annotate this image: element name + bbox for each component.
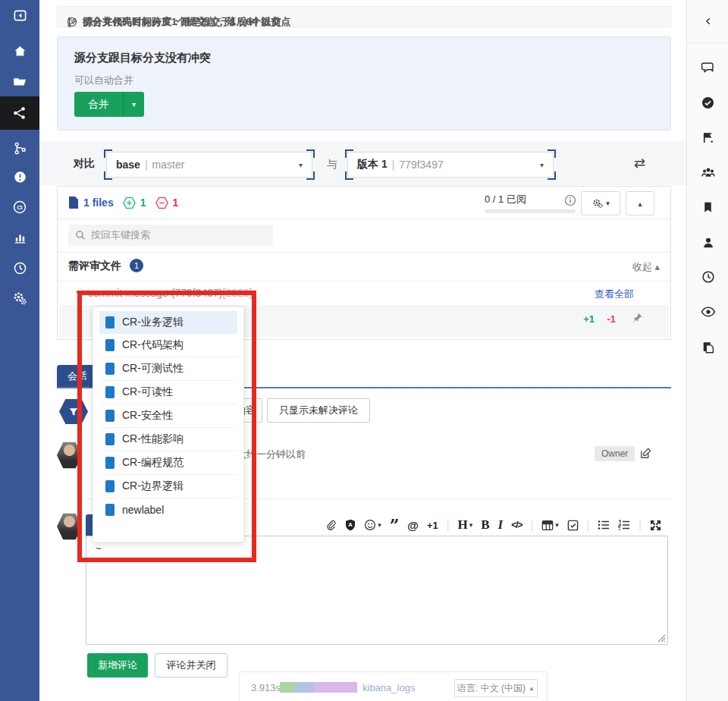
version-select[interactable]: 版本 1 | 779f3497 ▾: [347, 152, 554, 178]
label-color-swatch: [105, 410, 115, 422]
search-icon: [75, 230, 86, 240]
label-option[interactable]: CR-边界逻辑: [99, 475, 237, 498]
toolbar-divider: |: [531, 519, 534, 531]
edit-pencil-icon[interactable]: [639, 447, 652, 460]
sidebar-collapse-icon[interactable]: [0, 0, 39, 30]
commit-bullet: •: [76, 286, 80, 298]
merge-requests-active-item[interactable]: [0, 96, 39, 130]
issues-icon[interactable]: [0, 162, 39, 192]
comments-icon[interactable]: [687, 52, 728, 82]
projects-folder-icon[interactable]: [0, 66, 39, 96]
file-additions: +1: [583, 313, 595, 325]
label-option[interactable]: CR-编程规范: [99, 451, 237, 475]
timing-segment-purple: [314, 682, 357, 693]
tab-conversation[interactable]: 会话: [57, 365, 98, 388]
merge-options-caret[interactable]: ▾: [123, 92, 144, 117]
plus-one-icon[interactable]: +1: [427, 520, 438, 531]
toolbar-divider: |: [447, 519, 450, 531]
home-icon[interactable]: [0, 36, 39, 66]
swap-compare-icon[interactable]: ⇄: [634, 155, 645, 171]
merge-split-button: 合并 ▾: [74, 92, 144, 117]
numbered-list-icon[interactable]: [618, 520, 630, 530]
current-user-avatar[interactable]: [57, 513, 82, 540]
label-option[interactable]: CR-可测试性: [99, 357, 237, 381]
pin-icon[interactable]: [631, 312, 643, 324]
timing-segment-blue: [294, 682, 314, 693]
fullscreen-icon[interactable]: [650, 520, 661, 531]
corner-mark: [306, 149, 315, 158]
pull-request-icon[interactable]: [0, 133, 39, 163]
branch-status-bar: 源分支领先目标分支1个提交点，落后0个提交点 待合并代码时间跨度：最早提交于1 …: [57, 6, 671, 27]
label-dropdown: CR-业务逻辑 CR-代码架构 CR-可测试性 CR-可读性 CR-安全性 CR…: [93, 306, 244, 542]
label-option[interactable]: CR-代码架构: [99, 334, 237, 357]
label-option[interactable]: CR-安全性: [99, 404, 237, 428]
comment-and-close-button[interactable]: 评论并关闭: [155, 653, 228, 677]
bookmark-icon[interactable]: [687, 192, 728, 222]
label-option[interactable]: CR-性能影响: [99, 428, 237, 451]
milestone-flag-icon[interactable]: [687, 122, 728, 152]
resize-handle[interactable]: [657, 634, 666, 643]
commit-message-row: • commit message (779f3497)[2323] 查看全部: [58, 281, 670, 306]
blockquote-icon[interactable]: ”: [390, 520, 400, 530]
bullet-list-icon[interactable]: [598, 520, 610, 530]
label-option-text: CR-性能影响: [122, 432, 184, 446]
label-option-text: CR-编程规范: [122, 456, 184, 470]
diff-settings-button[interactable]: ▾: [581, 191, 620, 215]
label-option[interactable]: CR-可读性: [99, 381, 237, 404]
assignee-user-icon[interactable]: [687, 228, 728, 258]
label-option[interactable]: CR-业务逻辑: [99, 311, 237, 334]
language-select[interactable]: 语言: 中文 (中国) ▲: [454, 679, 538, 697]
settings-gears-icon[interactable]: [0, 283, 39, 313]
collapse-link[interactable]: 收起 ▴: [632, 260, 660, 274]
check-circle-icon[interactable]: [687, 87, 728, 118]
read-progress-bar: [485, 209, 576, 213]
code-icon[interactable]: </>: [511, 520, 522, 530]
task-list-icon[interactable]: [567, 520, 579, 531]
index-name-link[interactable]: kibana_logs: [362, 682, 415, 693]
info-icon[interactable]: [564, 194, 576, 206]
search-placeholder: 按回车键搜索: [91, 228, 150, 242]
files-count-link[interactable]: 1 files: [83, 196, 114, 209]
version-hash: 779f3497: [399, 159, 443, 171]
compare-conjunction: 与: [327, 158, 337, 171]
file-search-input[interactable]: 按回车键搜索: [68, 225, 273, 246]
base-branch-select[interactable]: base | master ▾: [106, 152, 312, 178]
label-option[interactable]: newlabel: [99, 498, 237, 521]
heading-icon[interactable]: H▾: [457, 517, 472, 533]
mention-icon[interactable]: @: [407, 519, 419, 532]
time-clock-icon[interactable]: [687, 262, 728, 292]
clock-icon: [67, 17, 77, 27]
left-sidebar: CI: [0, 0, 39, 701]
chevron-down-icon: ▾: [606, 200, 610, 207]
emoji-picker-icon[interactable]: ▾: [364, 519, 381, 531]
compare-label: 对比: [74, 157, 95, 171]
watchers-eye-icon[interactable]: [687, 297, 728, 327]
code-review-page: CI: [0, 0, 728, 701]
copy-files-icon[interactable]: [687, 332, 728, 363]
statistics-chart-icon[interactable]: [0, 222, 39, 253]
toolbar-divider: |: [587, 519, 590, 531]
submit-comment-button[interactable]: 新增评论: [87, 653, 148, 677]
file-icon: [68, 196, 79, 209]
panel-collapse-chevron-icon[interactable]: [687, 0, 728, 43]
label-option-text: CR-可读性: [122, 385, 173, 399]
italic-icon[interactable]: I: [498, 517, 504, 533]
history-clock-icon[interactable]: [0, 253, 39, 283]
shield-badge-icon[interactable]: A: [345, 519, 356, 531]
attach-file-icon[interactable]: [325, 519, 337, 531]
view-all-link[interactable]: 查看全部: [595, 288, 634, 301]
no-conflict-title: 源分支跟目标分支没有冲突: [74, 51, 211, 65]
comment-draft-text: ~: [96, 542, 102, 554]
commenter-avatar[interactable]: [57, 442, 82, 469]
comment-textarea[interactable]: ~: [86, 536, 668, 645]
gear-icon: [592, 197, 604, 209]
merge-button[interactable]: 合并: [74, 92, 123, 117]
table-icon[interactable]: ▾: [541, 520, 559, 531]
team-users-icon[interactable]: [687, 158, 728, 188]
filter-funnel-button[interactable]: [59, 399, 88, 424]
show-unresolved-button[interactable]: 只显示未解决评论: [267, 398, 370, 423]
ci-icon[interactable]: CI: [0, 192, 39, 222]
bold-icon[interactable]: B: [481, 517, 489, 533]
merge-request-icon: [12, 105, 27, 121]
collapse-files-button[interactable]: ▴: [626, 191, 654, 215]
